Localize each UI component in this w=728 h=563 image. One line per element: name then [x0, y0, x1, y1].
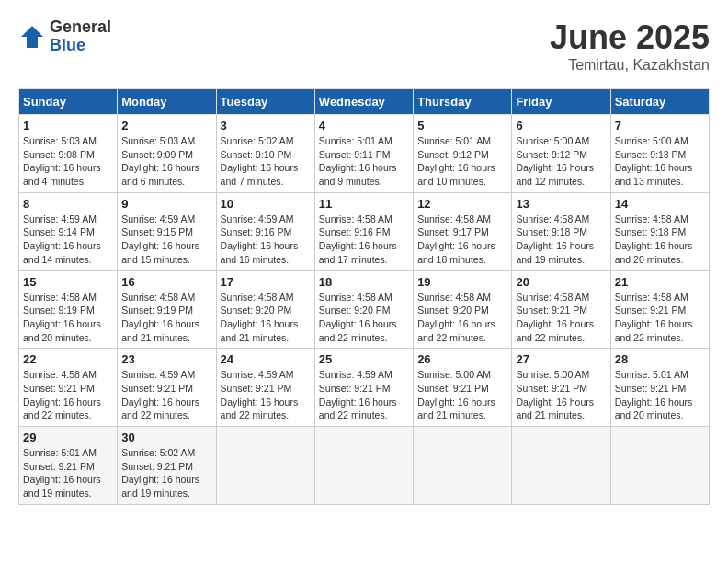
day-number: 6	[516, 119, 606, 132]
table-row: 12 Sunrise: 4:58 AM Sunset: 9:17 PM Dayl…	[414, 192, 512, 270]
table-row: 16 Sunrise: 4:58 AM Sunset: 9:19 PM Dayl…	[118, 270, 216, 349]
table-row: 22 Sunrise: 4:58 AM Sunset: 9:21 PM Dayl…	[19, 349, 118, 427]
calendar-table: Sunday Monday Tuesday Wednesday Thursday…	[18, 88, 710, 505]
day-number: 22	[23, 352, 113, 366]
empty-cell	[314, 427, 413, 505]
table-row: 8 Sunrise: 4:59 AM Sunset: 9:14 PM Dayli…	[19, 192, 118, 270]
day-info: Sunrise: 4:59 AM Sunset: 9:15 PM Dayligh…	[121, 213, 211, 267]
day-info: Sunrise: 5:00 AM Sunset: 9:12 PM Dayligh…	[516, 134, 606, 189]
day-number: 16	[121, 275, 211, 289]
table-row: 11 Sunrise: 4:58 AM Sunset: 9:16 PM Dayl…	[314, 192, 413, 270]
day-info: Sunrise: 4:58 AM Sunset: 9:21 PM Dayligh…	[615, 291, 705, 345]
day-number: 25	[319, 352, 409, 366]
day-number: 15	[23, 275, 113, 289]
day-info: Sunrise: 5:00 AM Sunset: 9:21 PM Dayligh…	[417, 368, 507, 422]
day-number: 12	[417, 197, 507, 211]
table-row: 20 Sunrise: 4:58 AM Sunset: 9:21 PM Dayl…	[512, 270, 610, 349]
calendar-week-row: 8 Sunrise: 4:59 AM Sunset: 9:14 PM Dayli…	[19, 192, 710, 270]
header-saturday: Saturday	[610, 89, 709, 115]
day-info: Sunrise: 5:03 AM Sunset: 9:09 PM Dayligh…	[121, 134, 211, 189]
table-row: 5 Sunrise: 5:01 AM Sunset: 9:12 PM Dayli…	[414, 115, 512, 193]
location: Temirtau, Kazakhstan	[550, 57, 710, 74]
day-info: Sunrise: 4:59 AM Sunset: 9:21 PM Dayligh…	[121, 368, 211, 422]
day-info: Sunrise: 4:58 AM Sunset: 9:19 PM Dayligh…	[23, 291, 113, 345]
day-info: Sunrise: 4:58 AM Sunset: 9:17 PM Dayligh…	[417, 213, 507, 267]
header-friday: Friday	[512, 89, 610, 115]
day-number: 21	[615, 275, 705, 289]
table-row: 18 Sunrise: 4:58 AM Sunset: 9:20 PM Dayl…	[314, 270, 413, 349]
day-number: 2	[121, 119, 211, 132]
day-info: Sunrise: 5:01 AM Sunset: 9:11 PM Dayligh…	[319, 134, 409, 189]
table-row: 19 Sunrise: 4:58 AM Sunset: 9:20 PM Dayl…	[414, 270, 512, 349]
table-row: 15 Sunrise: 4:58 AM Sunset: 9:19 PM Dayl…	[19, 270, 118, 349]
day-info: Sunrise: 5:03 AM Sunset: 9:08 PM Dayligh…	[23, 134, 113, 189]
day-info: Sunrise: 4:58 AM Sunset: 9:18 PM Dayligh…	[516, 213, 606, 267]
calendar-week-row: 29 Sunrise: 5:01 AM Sunset: 9:21 PM Dayl…	[19, 427, 710, 505]
day-info: Sunrise: 4:59 AM Sunset: 9:21 PM Dayligh…	[221, 368, 311, 422]
table-row: 3 Sunrise: 5:02 AM Sunset: 9:10 PM Dayli…	[216, 115, 314, 193]
day-info: Sunrise: 4:59 AM Sunset: 9:16 PM Dayligh…	[221, 213, 311, 267]
day-info: Sunrise: 5:02 AM Sunset: 9:21 PM Dayligh…	[121, 446, 211, 500]
day-number: 28	[615, 352, 705, 366]
empty-cell	[610, 427, 709, 505]
day-info: Sunrise: 4:58 AM Sunset: 9:16 PM Dayligh…	[319, 213, 409, 267]
table-row: 7 Sunrise: 5:00 AM Sunset: 9:13 PM Dayli…	[610, 115, 709, 193]
day-number: 3	[221, 119, 311, 132]
calendar-week-row: 22 Sunrise: 4:58 AM Sunset: 9:21 PM Dayl…	[19, 349, 710, 427]
logo-blue: Blue	[50, 37, 111, 55]
page-header: General Blue June 2025 Temirtau, Kazakhs…	[18, 18, 710, 74]
table-row: 24 Sunrise: 4:59 AM Sunset: 9:21 PM Dayl…	[216, 349, 314, 427]
empty-cell	[414, 427, 512, 505]
day-number: 1	[23, 119, 113, 132]
table-row: 26 Sunrise: 5:00 AM Sunset: 9:21 PM Dayl…	[414, 349, 512, 427]
day-number: 27	[516, 352, 606, 366]
day-info: Sunrise: 4:58 AM Sunset: 9:20 PM Dayligh…	[319, 291, 409, 345]
logo-text: General Blue	[50, 18, 111, 55]
day-info: Sunrise: 4:58 AM Sunset: 9:18 PM Dayligh…	[615, 213, 705, 267]
day-info: Sunrise: 4:58 AM Sunset: 9:19 PM Dayligh…	[121, 291, 211, 345]
day-number: 14	[615, 197, 705, 211]
header-tuesday: Tuesday	[216, 89, 314, 115]
day-info: Sunrise: 5:01 AM Sunset: 9:21 PM Dayligh…	[23, 446, 113, 500]
day-number: 9	[121, 197, 211, 211]
day-number: 8	[23, 197, 113, 211]
table-row: 28 Sunrise: 5:01 AM Sunset: 9:21 PM Dayl…	[610, 349, 709, 427]
day-info: Sunrise: 5:02 AM Sunset: 9:10 PM Dayligh…	[221, 134, 311, 189]
header-thursday: Thursday	[414, 89, 512, 115]
logo: General Blue	[18, 18, 111, 55]
day-number: 30	[121, 431, 211, 444]
table-row: 10 Sunrise: 4:59 AM Sunset: 9:16 PM Dayl…	[216, 192, 314, 270]
table-row: 17 Sunrise: 4:58 AM Sunset: 9:20 PM Dayl…	[216, 270, 314, 349]
logo-general: General	[50, 18, 111, 37]
day-number: 13	[516, 197, 606, 211]
day-number: 4	[319, 119, 409, 132]
day-number: 18	[319, 275, 409, 289]
title-block: June 2025 Temirtau, Kazakhstan	[550, 18, 710, 74]
calendar-week-row: 15 Sunrise: 4:58 AM Sunset: 9:19 PM Dayl…	[19, 270, 710, 349]
table-row: 27 Sunrise: 5:00 AM Sunset: 9:21 PM Dayl…	[512, 349, 610, 427]
table-row: 23 Sunrise: 4:59 AM Sunset: 9:21 PM Dayl…	[118, 349, 216, 427]
header-monday: Monday	[118, 89, 216, 115]
day-info: Sunrise: 4:58 AM Sunset: 9:21 PM Dayligh…	[23, 368, 113, 422]
header-wednesday: Wednesday	[314, 89, 413, 115]
table-row: 14 Sunrise: 4:58 AM Sunset: 9:18 PM Dayl…	[610, 192, 709, 270]
table-row: 6 Sunrise: 5:00 AM Sunset: 9:12 PM Dayli…	[512, 115, 610, 193]
day-number: 17	[221, 275, 311, 289]
table-row: 9 Sunrise: 4:59 AM Sunset: 9:15 PM Dayli…	[118, 192, 216, 270]
day-number: 23	[121, 352, 211, 366]
day-number: 19	[417, 275, 507, 289]
table-row: 13 Sunrise: 4:58 AM Sunset: 9:18 PM Dayl…	[512, 192, 610, 270]
day-number: 10	[221, 197, 311, 211]
empty-cell	[216, 427, 314, 505]
day-info: Sunrise: 5:00 AM Sunset: 9:21 PM Dayligh…	[516, 368, 606, 422]
day-info: Sunrise: 4:58 AM Sunset: 9:21 PM Dayligh…	[516, 291, 606, 345]
table-row: 4 Sunrise: 5:01 AM Sunset: 9:11 PM Dayli…	[314, 115, 413, 193]
table-row: 30 Sunrise: 5:02 AM Sunset: 9:21 PM Dayl…	[118, 427, 216, 505]
day-number: 7	[615, 119, 705, 132]
table-row: 1 Sunrise: 5:03 AM Sunset: 9:08 PM Dayli…	[19, 115, 118, 193]
day-info: Sunrise: 5:00 AM Sunset: 9:13 PM Dayligh…	[615, 134, 705, 189]
header-sunday: Sunday	[19, 89, 118, 115]
day-number: 29	[23, 431, 113, 444]
table-row: 29 Sunrise: 5:01 AM Sunset: 9:21 PM Dayl…	[19, 427, 118, 505]
empty-cell	[512, 427, 610, 505]
